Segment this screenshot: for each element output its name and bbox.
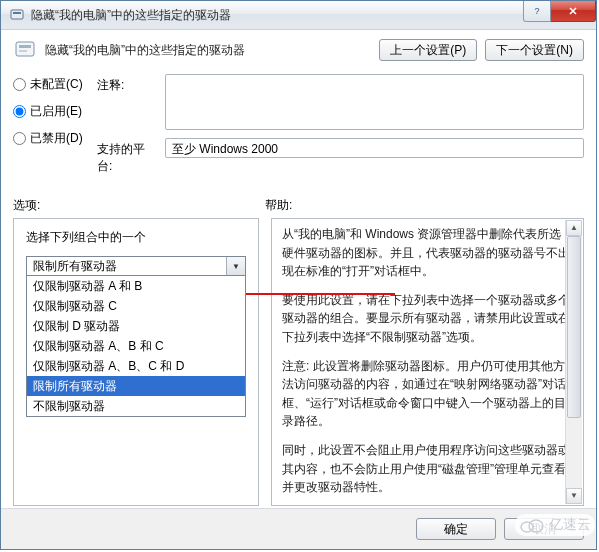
prev-setting-button[interactable]: 上一个设置(P) (379, 39, 477, 61)
help-panel: 从“我的电脑”和 Windows 资源管理器中删除代表所选硬件驱动器的图标。并且… (271, 218, 584, 506)
combo-item[interactable]: 仅限制驱动器 A、B、C 和 D (27, 356, 245, 376)
combo-item[interactable]: 仅限制 D 驱动器 (27, 316, 245, 336)
cloud-icon (519, 517, 545, 533)
next-setting-button[interactable]: 下一个设置(N) (485, 39, 584, 61)
radio-enabled[interactable]: 已启用(E) (13, 103, 97, 120)
help-label: 帮助: (265, 197, 584, 214)
chevron-down-icon[interactable]: ▼ (226, 257, 245, 275)
platform-label: 支持的平台: (97, 138, 159, 175)
radio-disabled-input[interactable] (13, 132, 26, 145)
scroll-thumb[interactable] (567, 236, 581, 418)
combo-caption: 选择下列组合中的一个 (26, 229, 246, 246)
options-panel: 选择下列组合中的一个 限制所有驱动器 ▼ 仅限制驱动器 A 和 B 仅限制驱动器… (13, 218, 259, 506)
help-paragraph: 从“我的电脑”和 Windows 资源管理器中删除代表所选硬件驱动器的图标。并且… (282, 225, 573, 281)
combo-dropdown: 仅限制驱动器 A 和 B 仅限制驱动器 C 仅限制 D 驱动器 仅限制驱动器 A… (26, 275, 246, 417)
radio-not-configured-label: 未配置(C) (30, 76, 83, 93)
combo-item[interactable]: 仅限制驱动器 C (27, 296, 245, 316)
watermark: 亿速云 (515, 514, 595, 536)
radio-disabled-label: 已禁用(D) (30, 130, 83, 147)
close-button[interactable] (551, 1, 596, 22)
help-button[interactable]: ? (523, 1, 551, 22)
watermark-text: 亿速云 (549, 516, 591, 534)
scroll-up-icon[interactable]: ▲ (566, 220, 582, 236)
help-paragraph: 同时，此设置不会阻止用户使用程序访问这些驱动器或其内容，也不会防止用户使用“磁盘… (282, 441, 573, 497)
svg-rect-3 (16, 42, 34, 56)
svg-text:?: ? (534, 6, 539, 16)
help-paragraph: 注意: 此设置将删除驱动器图标。用户仍可使用其他方法访问驱动器的内容，如通过在“… (282, 357, 573, 431)
drive-combo[interactable]: 限制所有驱动器 ▼ 仅限制驱动器 A 和 B 仅限制驱动器 C 仅限制 D 驱动… (26, 256, 246, 276)
comment-input[interactable] (165, 74, 584, 130)
svg-rect-5 (19, 50, 27, 52)
radio-disabled[interactable]: 已禁用(D) (13, 130, 97, 147)
dialog-button-bar: 确定 取消 (1, 508, 596, 549)
header-title: 隐藏“我的电脑”中的这些指定的驱动器 (45, 42, 245, 59)
combo-item[interactable]: 不限制驱动器 (27, 396, 245, 416)
combo-item-selected[interactable]: 限制所有驱动器 (27, 376, 245, 396)
ok-button[interactable]: 确定 (416, 518, 496, 540)
scroll-down-icon[interactable]: ▼ (566, 488, 582, 504)
svg-rect-1 (13, 12, 21, 14)
combo-selected-text: 限制所有驱动器 (33, 258, 117, 275)
radio-not-configured-input[interactable] (13, 78, 26, 91)
platform-value: 至少 Windows 2000 (165, 138, 584, 158)
header-row: 隐藏“我的电脑”中的这些指定的驱动器 上一个设置(P) 下一个设置(N) (1, 30, 596, 70)
help-scrollbar[interactable]: ▲ ▼ (565, 220, 582, 504)
window-title: 隐藏“我的电脑”中的这些指定的驱动器 (31, 7, 231, 24)
combo-item[interactable]: 仅限制驱动器 A 和 B (27, 276, 245, 296)
comment-label: 注释: (97, 74, 159, 94)
radio-enabled-label: 已启用(E) (30, 103, 82, 120)
radio-not-configured[interactable]: 未配置(C) (13, 76, 97, 93)
policy-icon (13, 38, 37, 62)
combo-item[interactable]: 仅限制驱动器 A、B 和 C (27, 336, 245, 356)
svg-rect-0 (11, 10, 23, 19)
svg-rect-4 (19, 45, 31, 48)
title-bar: 隐藏“我的电脑”中的这些指定的驱动器 ? (1, 1, 596, 30)
scroll-track[interactable] (566, 236, 582, 488)
svg-point-9 (529, 520, 543, 532)
radio-enabled-input[interactable] (13, 105, 26, 118)
help-paragraph: 要使用此设置，请在下拉列表中选择一个驱动器或多个驱动器的组合。要显示所有驱动器，… (282, 291, 573, 347)
app-icon (9, 7, 25, 23)
options-label: 选项: (13, 197, 265, 214)
